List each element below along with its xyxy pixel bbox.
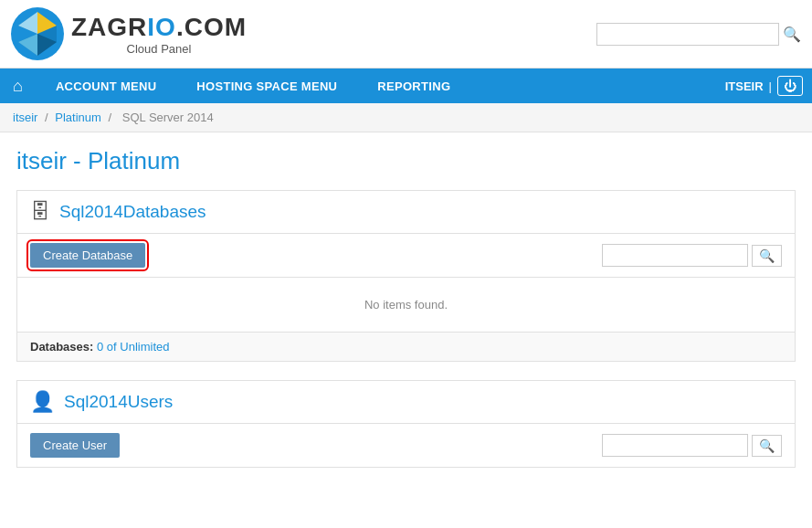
navbar-separator: |: [769, 79, 772, 93]
header: ZAGRIO.COM Cloud Panel 🔍: [0, 0, 812, 69]
navbar-item-reporting[interactable]: REPORTING: [357, 69, 470, 103]
navbar-power-button[interactable]: ⏻: [777, 76, 803, 96]
logo-domain: .COM: [176, 13, 247, 41]
navbar-left: ⌂ ACCOUNT MENU HOSTING SPACE MENU REPORT…: [0, 69, 470, 103]
logo-text: ZAGRIO.COM Cloud Panel: [71, 13, 247, 56]
navbar-username: ITSEIR: [725, 79, 764, 93]
header-search-button[interactable]: 🔍: [783, 26, 801, 43]
sql2014-databases-title: Sql2014Databases: [59, 202, 206, 222]
breadcrumb-platinum[interactable]: Platinum: [55, 111, 101, 124]
logo-io: IO: [147, 13, 176, 41]
sql2014-databases-header: 🗄 Sql2014Databases: [17, 191, 795, 234]
sql2014-users-header: 👤 Sql2014Users: [17, 381, 795, 424]
page-title: itseir - Platinum: [16, 147, 796, 175]
sql2014-databases-toolbar: Create Database 🔍: [17, 234, 795, 277]
users-search-input[interactable]: [602, 434, 748, 457]
breadcrumb-itseir[interactable]: itseir: [13, 111, 37, 124]
breadcrumb-sep-2: /: [109, 111, 115, 124]
create-user-button[interactable]: Create User: [30, 433, 120, 458]
sql2014-users-toolbar: Create User 🔍: [17, 424, 795, 467]
logo-title: ZAGRIO.COM: [71, 13, 247, 42]
navbar-item-account-menu[interactable]: ACCOUNT MENU: [36, 69, 176, 103]
database-icon: 🗄: [30, 200, 50, 224]
navbar-home-button[interactable]: ⌂: [0, 69, 36, 103]
navbar-item-hosting-space-menu[interactable]: HOSTING SPACE MENU: [176, 69, 357, 103]
user-icon: 👤: [30, 390, 55, 414]
databases-empty-message: No items found.: [17, 277, 795, 332]
breadcrumb: itseir / Platinum / SQL Server 2014: [0, 103, 812, 132]
navbar-right: ITSEIR | ⏻: [725, 69, 812, 103]
databases-footer: Databases: 0 of Unlimited: [17, 332, 795, 361]
logo-subtitle: Cloud Panel: [71, 42, 247, 56]
navbar: ⌂ ACCOUNT MENU HOSTING SPACE MENU REPORT…: [0, 69, 812, 103]
databases-footer-count: 0 of Unlimited: [97, 340, 169, 354]
sql2014-databases-section: 🗄 Sql2014Databases Create Database 🔍 No …: [16, 190, 796, 362]
databases-footer-label: Databases:: [30, 340, 93, 354]
users-search-button[interactable]: 🔍: [752, 435, 782, 457]
logo-area: ZAGRIO.COM Cloud Panel: [11, 7, 247, 60]
databases-search-area: 🔍: [602, 244, 782, 267]
users-search-area: 🔍: [602, 434, 782, 457]
databases-search-button[interactable]: 🔍: [752, 245, 782, 267]
header-search-input[interactable]: [596, 23, 779, 46]
header-search-area: 🔍: [596, 23, 801, 46]
create-database-button[interactable]: Create Database: [30, 243, 145, 268]
sql2014-users-section: 👤 Sql2014Users Create User 🔍: [16, 380, 796, 468]
main-content: itseir - Platinum 🗄 Sql2014Databases Cre…: [0, 132, 812, 501]
breadcrumb-current: SQL Server 2014: [122, 111, 214, 124]
databases-search-input[interactable]: [602, 244, 748, 267]
logo-icon: [11, 7, 64, 60]
sql2014-users-title: Sql2014Users: [64, 392, 173, 412]
breadcrumb-sep-1: /: [45, 111, 51, 124]
